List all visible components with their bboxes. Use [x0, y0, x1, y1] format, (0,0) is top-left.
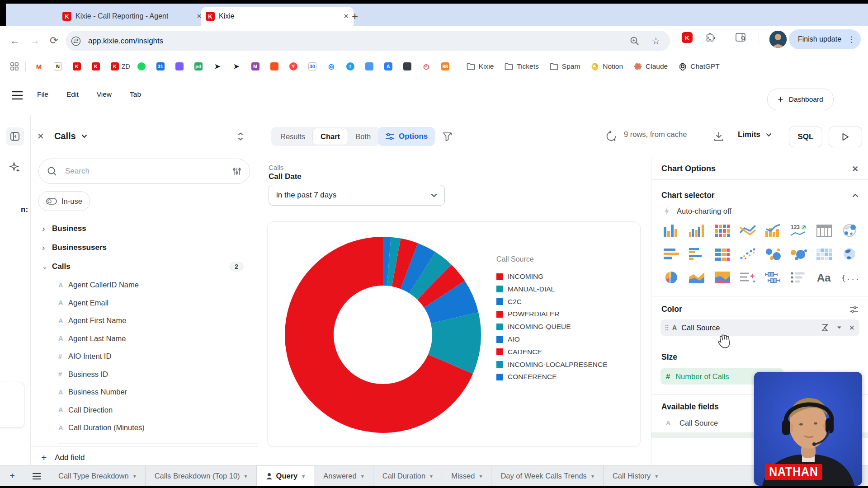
donut-chart[interactable] [284, 236, 481, 433]
reload-icon[interactable]: ⟳ [50, 35, 58, 47]
grouped-bar-chart-type-icon[interactable] [684, 224, 709, 237]
bookmark-notion[interactable]: Notion [591, 62, 623, 70]
map-world-chart-type-icon[interactable] [837, 247, 862, 261]
legend-list-chart-type-icon[interactable] [786, 271, 811, 284]
zoom-icon[interactable] [630, 36, 640, 46]
apps-grid-icon[interactable] [10, 62, 19, 71]
add-dashboard-button[interactable]: + Dashboard [767, 89, 834, 110]
run-query-button[interactable] [829, 127, 862, 147]
browser-tab-1[interactable]: K Kixie - Call Reporting - Agent ✕ [58, 7, 207, 26]
chevron-down-icon[interactable] [81, 134, 87, 138]
legend-item[interactable]: INCOMING-LOCALPRESENCE [496, 361, 607, 369]
delta-blue-bookmark-icon[interactable]: A [384, 62, 392, 70]
chevron-down-icon[interactable]: ▾ [361, 473, 364, 479]
tree-group-businessusers[interactable]: ›Businessusers [31, 238, 258, 257]
bookmark-tickets[interactable]: Tickets [505, 62, 539, 70]
bookmark-kixie[interactable]: Kixie [467, 62, 494, 70]
search-filter-icon[interactable] [232, 167, 241, 176]
table-chart-type-icon[interactable] [811, 224, 837, 237]
drag-handle-icon[interactable] [665, 324, 669, 331]
area-chart-type-icon[interactable] [684, 271, 709, 284]
close-icon[interactable]: ✕ [35, 131, 46, 141]
orange-app-bookmark-icon[interactable] [270, 62, 278, 70]
arrow-2-bookmark-icon[interactable]: ➤ [232, 62, 241, 70]
tab-close-icon[interactable]: ✕ [339, 12, 349, 20]
omnibox[interactable]: app.kixie.com/insights ☆ [66, 31, 670, 51]
field-row[interactable]: AAgent Email [31, 294, 258, 312]
chat-bubble-bookmark-icon[interactable] [365, 62, 373, 70]
chart-selector-section-header[interactable]: Chart selector [651, 191, 868, 200]
clock-red-bookmark-icon[interactable]: ◴ [422, 62, 430, 70]
tree-group-calls[interactable]: ⌄Calls2 [31, 257, 258, 276]
field-row[interactable]: ACall Direction [31, 401, 258, 419]
new-tab-button[interactable]: + [352, 10, 358, 23]
site-settings-icon[interactable] [71, 36, 81, 46]
bookmark-suffix-text[interactable]: ZD [122, 63, 130, 70]
bar-chart-type-icon[interactable] [659, 224, 684, 237]
field-search-input[interactable]: Search [38, 159, 250, 184]
color-settings-icon[interactable] [849, 305, 859, 314]
field-row[interactable]: #AIO Intent ID [31, 347, 258, 366]
sheet-tab-day-of-week-calls-trends[interactable]: Day of Week Calls Trends▾ [491, 466, 603, 486]
sheet-tab-call-history[interactable]: Call History▾ [603, 466, 667, 486]
chevron-down-icon[interactable]: ▾ [430, 473, 433, 479]
kixie-2-bookmark-icon[interactable]: K [92, 62, 100, 70]
sheet-tab-call-type-breakdown[interactable]: Call Type Breakdown▾ [49, 466, 145, 486]
bookmark-spam[interactable]: Spam [550, 62, 580, 70]
chevron-right-icon[interactable]: › [42, 224, 52, 234]
summary-chart-type-icon[interactable] [735, 271, 760, 284]
forward-icon[interactable]: → [30, 35, 40, 47]
cache-refresh-icon[interactable] [605, 130, 618, 143]
tab-close-icon[interactable]: ✕ [192, 12, 202, 20]
gmail-bookmark-icon[interactable]: M [35, 62, 43, 70]
field-row[interactable]: AAgent CallerID Name [31, 276, 258, 294]
chevron-right-icon[interactable]: › [42, 243, 52, 253]
filter-funnel-icon[interactable] [442, 131, 454, 143]
limits-dropdown[interactable]: Limits [738, 130, 772, 139]
options-button[interactable]: Options [378, 127, 435, 146]
browser-tab-2[interactable]: K Kixie ✕ [201, 7, 354, 26]
date-filter-dropdown[interactable]: in the past 7 days [269, 185, 445, 206]
field-row[interactable]: ABusiness Number [31, 383, 258, 401]
field-row[interactable]: ACall Duration (Minutes) [31, 419, 258, 437]
chevron-down-icon[interactable]: ⌄ [42, 263, 52, 271]
ai-assist-button[interactable] [6, 158, 24, 176]
twitter-bookmark-icon[interactable]: t [346, 62, 354, 70]
calendar-blue-bookmark-icon[interactable]: 31 [156, 62, 165, 70]
combo-chart-type-icon[interactable] [760, 224, 786, 237]
tab-list-menu-icon[interactable] [24, 466, 49, 486]
legend-item[interactable]: C2C [496, 298, 522, 306]
legend-item[interactable]: CONFERENCE [496, 373, 557, 381]
chevron-down-icon[interactable]: ▾ [302, 473, 305, 479]
kpi-chart-type-icon[interactable]: 123 [786, 224, 811, 237]
menu-edit[interactable]: Edit [66, 90, 79, 99]
stacked-hbar-chart-type-icon[interactable] [710, 247, 735, 261]
tab-results[interactable]: Results [273, 128, 313, 145]
legend-item[interactable]: MANUAL-DIAL [496, 285, 555, 293]
collapse-vertical-icon[interactable] [237, 132, 244, 141]
map-bubble-chart-type-icon[interactable] [837, 224, 862, 237]
calendar-30-bookmark-icon[interactable]: 30 [308, 62, 316, 70]
scatter-chart-type-icon[interactable] [735, 247, 760, 261]
pie-chart-type-icon[interactable] [659, 271, 684, 284]
add-tab-button[interactable]: + [0, 466, 24, 486]
bubble-cluster-chart-type-icon[interactable] [786, 247, 811, 261]
chevron-down-icon[interactable]: ▾ [655, 473, 658, 479]
sheet-tab-answered[interactable]: Answered▾ [314, 466, 373, 486]
profile-avatar[interactable] [769, 31, 787, 48]
sheet-tab-call-duration[interactable]: Call Duration▾ [373, 466, 442, 486]
chevron-down-icon[interactable]: ▾ [133, 473, 136, 479]
legend-item[interactable]: INCOMING [496, 272, 543, 281]
target-blue-bookmark-icon[interactable]: ◎ [327, 62, 335, 70]
tab-chart[interactable]: Chart [313, 128, 348, 145]
menu-file[interactable]: File [37, 90, 48, 99]
kixie-bookmark-icon[interactable]: K [73, 62, 81, 70]
chevron-down-icon[interactable]: ▾ [245, 473, 247, 479]
bubble-chart-type-icon[interactable] [760, 247, 786, 261]
yelp-bookmark-icon[interactable]: Y [289, 62, 297, 70]
text-chart-type-icon[interactable]: Aa [811, 271, 837, 284]
grouped-hbar-chart-type-icon[interactable] [684, 247, 709, 261]
double8-bookmark-icon[interactable]: 88 [441, 62, 449, 70]
field-row[interactable]: AAgent Last Name [31, 330, 258, 348]
line-chart-type-icon[interactable] [735, 224, 760, 237]
